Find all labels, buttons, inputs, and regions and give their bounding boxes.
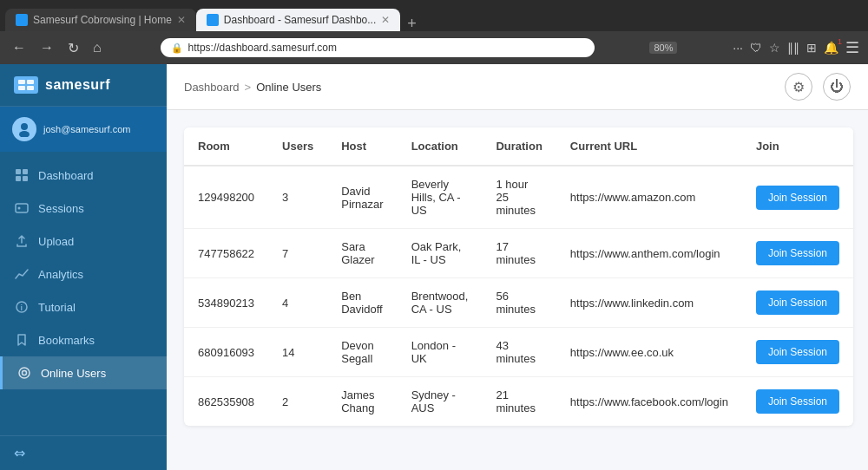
tab-bar: Samesurf Cobrowsing | Home ✕ Dashboard -… — [0, 0, 868, 31]
browser-menu-button[interactable]: ☰ — [845, 38, 859, 57]
sidebar-item-label-dashboard: Dashboard — [38, 169, 94, 182]
col-host: Host — [327, 127, 397, 166]
sidebar-item-sessions[interactable]: Sessions — [0, 192, 167, 225]
cell-room-1: 747758622 — [184, 229, 268, 278]
sidebar-item-online-users[interactable]: Online Users — [0, 356, 167, 389]
zoom-badge: 80% — [649, 42, 677, 54]
tab-inactive[interactable]: Samesurf Cobrowsing | Home ✕ — [5, 9, 196, 31]
forward-button[interactable]: → — [36, 38, 57, 57]
sidebar-item-upload[interactable]: Upload — [0, 225, 167, 258]
reload-button[interactable]: ↻ — [64, 38, 82, 58]
join-session-button-1[interactable]: Join Session — [756, 241, 839, 265]
join-session-button-2[interactable]: Join Session — [756, 290, 839, 315]
cell-users-4: 2 — [268, 377, 327, 427]
cell-room-3: 680916093 — [184, 328, 268, 377]
notification-icon: 🔔1 — [824, 41, 838, 55]
cell-duration-1: 17 minutes — [482, 229, 556, 278]
svg-point-11 — [18, 207, 21, 210]
col-join: Join — [742, 127, 853, 166]
dashboard-icon — [14, 167, 30, 183]
sidebar-item-analytics[interactable]: Analytics — [0, 258, 167, 290]
upload-icon — [14, 233, 30, 249]
cell-users-0: 3 — [268, 166, 327, 229]
svg-rect-3 — [27, 86, 34, 90]
cell-url-4: https://www.facebook.com/login — [556, 377, 742, 427]
collapse-sidebar-button[interactable]: ⇔ — [14, 445, 25, 461]
online-users-table: Room Users Host Location Duration Curren… — [184, 127, 853, 426]
sidebar-item-label-bookmarks: Bookmarks — [38, 334, 95, 347]
table-row: 747758622 7 Sara Glazer Oak Park, IL - U… — [184, 229, 853, 278]
sidebar: samesurf josh@samesurf.com — [0, 64, 167, 470]
breadcrumb-separator: > — [245, 81, 252, 94]
table-header-row: Room Users Host Location Duration Curren… — [184, 127, 853, 166]
cell-room-0: 129498200 — [184, 166, 268, 229]
tab-favicon-2 — [207, 14, 219, 26]
cell-url-2: https://www.linkedin.com — [556, 278, 742, 328]
cell-location-2: Brentwood, CA - US — [398, 278, 483, 328]
join-session-button-3[interactable]: Join Session — [756, 340, 839, 364]
sidebar-item-bookmarks[interactable]: Bookmarks — [0, 323, 167, 356]
svg-rect-8 — [16, 176, 21, 181]
svg-point-5 — [19, 131, 30, 137]
tab-close-2[interactable]: ✕ — [381, 14, 390, 26]
tab-close-1[interactable]: ✕ — [177, 14, 186, 26]
user-section: josh@samesurf.com — [0, 107, 167, 152]
col-location: Location — [398, 127, 483, 166]
topbar-actions: ⚙ ⏻ — [785, 73, 851, 101]
cell-location-3: London - UK — [398, 328, 483, 377]
table-row: 534890213 4 Ben Davidoff Brentwood, CA -… — [184, 278, 853, 328]
svg-text:i: i — [21, 304, 23, 312]
cell-join-4: Join Session — [742, 377, 853, 427]
tab-favicon-1 — [16, 14, 28, 26]
secure-icon: 🔒 — [171, 42, 183, 54]
col-room: Room — [184, 127, 268, 166]
svg-rect-6 — [16, 169, 21, 174]
cell-host-1: Sara Glazer — [327, 229, 397, 278]
back-button[interactable]: ← — [9, 38, 30, 57]
tab-active[interactable]: Dashboard - Samesurf Dashbo... ✕ — [196, 9, 400, 31]
extensions-icon: ··· — [733, 41, 743, 55]
cell-join-3: Join Session — [742, 328, 853, 377]
settings-button[interactable]: ⚙ — [785, 73, 812, 101]
svg-point-4 — [21, 123, 28, 130]
logo-text: samesurf — [45, 77, 110, 93]
sidebar-item-label-tutorial: Tutorial — [38, 301, 76, 314]
cell-users-3: 14 — [268, 328, 327, 377]
grid-icon: ⊞ — [806, 41, 817, 55]
main-content: Dashboard > Online Users ⚙ ⏻ Room Users … — [167, 64, 868, 470]
cell-room-2: 534890213 — [184, 278, 268, 328]
shield-icon: 🛡 — [750, 41, 762, 55]
breadcrumb-current: Online Users — [256, 81, 321, 94]
cell-duration-4: 21 minutes — [482, 377, 556, 427]
join-session-button-0[interactable]: Join Session — [756, 186, 839, 210]
svg-rect-7 — [23, 169, 28, 174]
svg-point-14 — [19, 368, 30, 378]
sidebar-item-tutorial[interactable]: i Tutorial — [0, 290, 167, 323]
table-area: Room Users Host Location Duration Curren… — [167, 110, 868, 470]
cell-join-1: Join Session — [742, 229, 853, 278]
new-tab-button[interactable]: + — [400, 16, 424, 31]
table-row: 680916093 14 Devon Segall London - UK 43… — [184, 328, 853, 377]
power-button[interactable]: ⏻ — [823, 73, 851, 101]
home-button[interactable]: ⌂ — [89, 38, 105, 57]
cell-room-4: 862535908 — [184, 377, 268, 427]
col-users: Users — [268, 127, 327, 166]
sidebar-item-dashboard[interactable]: Dashboard — [0, 159, 167, 192]
tab-label-2: Dashboard - Samesurf Dashbo... — [224, 14, 376, 26]
breadcrumb: Dashboard > Online Users — [184, 81, 321, 94]
breadcrumb-home[interactable]: Dashboard — [184, 81, 240, 94]
app-container: samesurf josh@samesurf.com — [0, 64, 868, 470]
cell-url-1: https://www.anthem.com/login — [556, 229, 742, 278]
topbar: Dashboard > Online Users ⚙ ⏻ — [167, 64, 868, 110]
sidebar-item-label-online-users: Online Users — [41, 367, 106, 380]
sidebar-logo: samesurf — [0, 64, 167, 107]
cell-duration-2: 56 minutes — [482, 278, 556, 328]
star-icon: ☆ — [769, 41, 780, 55]
browser-actions: ··· 🛡 ☆ ∥∥ ⊞ 🔔1 ☰ — [733, 38, 859, 57]
sidebar-item-label-analytics: Analytics — [38, 268, 83, 281]
cell-url-0: https://www.amazon.com — [556, 166, 742, 229]
cell-host-3: Devon Segall — [327, 328, 397, 377]
join-session-button-4[interactable]: Join Session — [756, 389, 839, 414]
address-field[interactable]: 🔒 https://dashboard.samesurf.com — [161, 38, 595, 57]
address-bar: ← → ↻ ⌂ 🔒 https://dashboard.samesurf.com… — [0, 31, 868, 64]
